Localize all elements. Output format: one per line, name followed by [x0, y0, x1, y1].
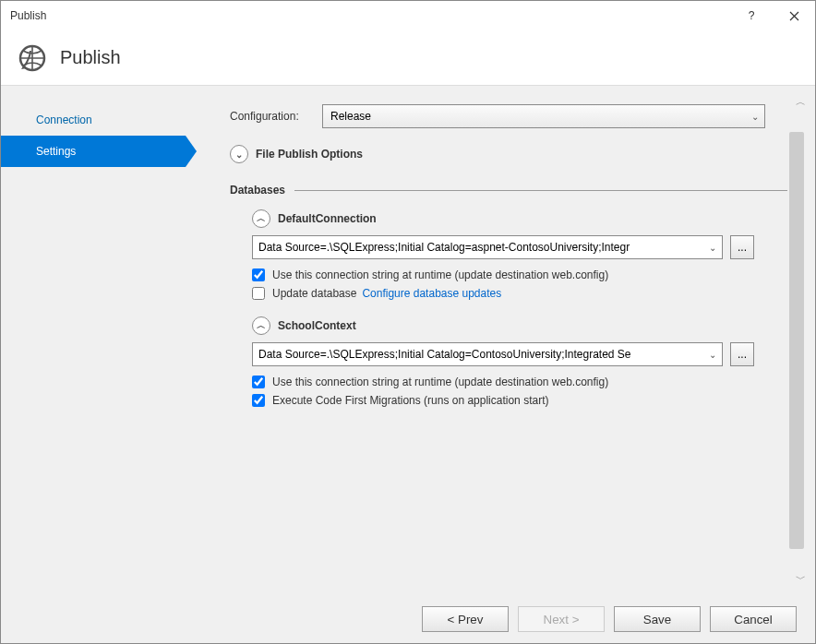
configuration-dropdown[interactable]: Release ⌄	[322, 104, 765, 128]
database-name: DefaultConnection	[278, 212, 377, 225]
save-button[interactable]: Save	[614, 606, 701, 632]
sidebar-item-settings[interactable]: Settings	[1, 136, 186, 167]
checkbox-label: Execute Code First Migrations (runs on a…	[272, 394, 548, 407]
close-icon	[789, 11, 799, 21]
sidebar-item-connection[interactable]: Connection	[1, 104, 186, 136]
next-button: Next >	[518, 606, 605, 632]
scroll-down-icon[interactable]: ﹀	[796, 572, 806, 586]
scroll-up-icon[interactable]: ︿	[796, 95, 806, 109]
sidebar: Connection Settings	[1, 86, 186, 595]
update-database-checkbox[interactable]: Update database Configure database updat…	[252, 287, 787, 300]
chevron-down-icon: ⌄	[709, 350, 716, 360]
expand-toggle-icon: ⌄	[230, 145, 248, 163]
database-name: SchoolContext	[278, 319, 356, 332]
help-button[interactable]: ?	[730, 1, 773, 30]
cancel-button[interactable]: Cancel	[710, 606, 797, 632]
checkbox-input[interactable]	[252, 287, 265, 300]
sidebar-item-label: Connection	[36, 113, 92, 126]
configuration-label: Configuration:	[230, 110, 322, 123]
sidebar-item-label: Settings	[36, 145, 76, 158]
chevron-down-icon: ⌄	[751, 112, 759, 122]
databases-section-header: Databases	[230, 184, 787, 197]
checkbox-label: Use this connection string at runtime (u…	[272, 268, 608, 281]
prev-button[interactable]: < Prev	[422, 606, 509, 632]
database-block-schoolcontext: ︿ SchoolContext Data Source=.\SQLExpress…	[252, 316, 787, 407]
file-publish-options-label: File Publish Options	[256, 148, 363, 161]
use-connection-string-checkbox[interactable]: Use this connection string at runtime (u…	[252, 268, 787, 281]
checkbox-input[interactable]	[252, 376, 265, 388]
databases-label: Databases	[230, 184, 285, 197]
dialog-title: Publish	[60, 47, 121, 68]
browse-button[interactable]: ...	[730, 235, 754, 259]
checkbox-input[interactable]	[252, 394, 265, 407]
chevron-down-icon: ⌄	[709, 243, 716, 253]
configure-database-updates-link[interactable]: Configure database updates	[362, 287, 501, 300]
use-connection-string-checkbox[interactable]: Use this connection string at runtime (u…	[252, 376, 787, 388]
connection-string-value: Data Source=.\SQLExpress;Initial Catalog…	[258, 348, 631, 361]
collapse-toggle-icon[interactable]: ︿	[252, 316, 270, 335]
connection-string-combo[interactable]: Data Source=.\SQLExpress;Initial Catalog…	[252, 342, 723, 366]
browse-button[interactable]: ...	[730, 342, 754, 366]
connection-string-value: Data Source=.\SQLExpress;Initial Catalog…	[258, 241, 630, 254]
checkbox-input[interactable]	[252, 268, 265, 281]
dialog-header: Publish	[1, 30, 815, 86]
checkbox-label: Update database	[272, 287, 356, 300]
divider	[294, 190, 787, 191]
content-pane: ︿ ﹀ Configuration: Release ⌄ ⌄ File Publ…	[186, 86, 815, 595]
dialog-footer: < Prev Next > Save Cancel	[1, 595, 815, 643]
collapse-toggle-icon[interactable]: ︿	[252, 209, 270, 228]
configuration-value: Release	[330, 110, 371, 123]
close-button[interactable]	[773, 1, 815, 30]
file-publish-options-expander[interactable]: ⌄ File Publish Options	[230, 145, 787, 163]
publish-icon	[18, 43, 47, 73]
connection-string-combo[interactable]: Data Source=.\SQLExpress;Initial Catalog…	[252, 235, 723, 259]
scrollbar[interactable]	[789, 132, 804, 549]
window-title: Publish	[10, 9, 730, 22]
database-block-defaultconnection: ︿ DefaultConnection Data Source=.\SQLExp…	[252, 209, 787, 300]
title-bar: Publish ?	[1, 1, 815, 30]
checkbox-label: Use this connection string at runtime (u…	[272, 376, 608, 388]
execute-migrations-checkbox[interactable]: Execute Code First Migrations (runs on a…	[252, 394, 787, 407]
